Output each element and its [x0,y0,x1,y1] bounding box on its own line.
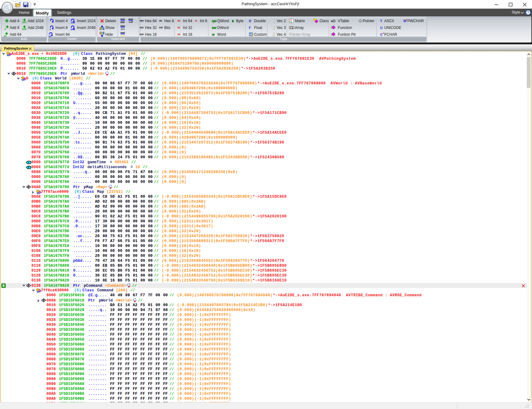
svg-text:64: 64 [49,35,51,37]
svg-text:1024: 1024 [71,21,75,23]
svg-text:3: 3 [273,28,275,30]
svg-text:2048: 2048 [22,28,26,30]
svg-text:01: 01 [290,21,292,23]
svg-text:64: 64 [4,35,6,37]
svg-text:8: 8 [50,28,51,30]
svg-text:2048: 2048 [71,28,75,30]
svg-text:4: 4 [273,35,275,37]
svg-text:1024: 1024 [22,21,26,23]
svg-text:???: ??? [121,35,125,37]
svg-text:2: 2 [273,21,275,23]
svg-text:8: 8 [5,28,6,30]
